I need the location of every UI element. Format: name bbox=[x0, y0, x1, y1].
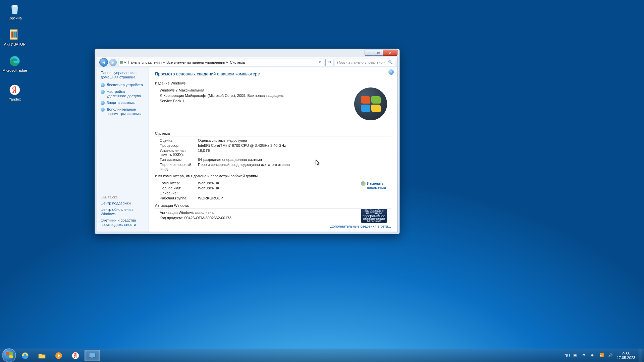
recycle-bin-icon bbox=[8, 2, 21, 15]
search-input[interactable]: Поиск в панели управления 🔍 bbox=[335, 59, 395, 66]
see-also-action-center[interactable]: Центр поддержки bbox=[101, 201, 145, 205]
show-desktop-button[interactable] bbox=[639, 349, 642, 362]
close-button[interactable]: ✕ bbox=[383, 50, 397, 56]
search-icon: 🔍 bbox=[388, 60, 393, 64]
action-center-icon[interactable]: ⚑ bbox=[582, 353, 587, 358]
bullet-icon bbox=[101, 101, 105, 105]
section-computer-name: Имя компьютера, имя домена и параметры р… bbox=[155, 174, 391, 179]
section-edition: Издание Windows bbox=[155, 81, 391, 86]
maximize-button[interactable]: ▭ bbox=[374, 50, 383, 56]
product-id: Код продукта: 00426-OEM-8992662-00173 bbox=[160, 216, 391, 220]
page-title: Просмотр основных сведений о вашем компь… bbox=[155, 71, 391, 76]
taskbar-button-ie[interactable] bbox=[17, 350, 33, 361]
see-also-windows-update[interactable]: Центр обновления Windows bbox=[101, 207, 145, 216]
svg-rect-11 bbox=[91, 357, 93, 358]
activator-icon bbox=[8, 28, 21, 42]
see-also-header: См. также bbox=[101, 195, 145, 199]
sidebar-home-link[interactable]: Панель управления - домашняя страница bbox=[101, 71, 145, 79]
start-button[interactable] bbox=[2, 348, 16, 362]
yandex-icon bbox=[8, 83, 21, 97]
activation-status: Активация Windows выполнена bbox=[160, 210, 391, 215]
taskbar-button-system[interactable] bbox=[85, 350, 100, 361]
control-panel-icon: ▦ bbox=[120, 60, 123, 64]
breadcrumb-dropdown[interactable]: ▾ bbox=[318, 60, 322, 64]
system-type-value: 64-разрядная операционная система bbox=[198, 158, 391, 162]
sidebar: Панель управления - домашняя страница Ди… bbox=[97, 67, 149, 232]
system-properties-window: ─ ▭ ✕ ◄ ► ▦ ▸ Панель управления ▸ Все эл… bbox=[95, 49, 400, 234]
desktop-icon-recycle-bin[interactable]: Корзина bbox=[2, 2, 28, 20]
taskbar-button-yandex[interactable] bbox=[68, 350, 83, 361]
clock[interactable]: 0:38 17.05.2023 bbox=[617, 352, 635, 360]
pen-touch-value: Перо и сенсорный ввод недоступны для это… bbox=[198, 163, 391, 171]
cpu-value: Intel(R) Core(TM) i7-6700 CPU @ 3.40GHz … bbox=[198, 143, 391, 147]
system-tray: RU ▣ ⚑ ◆ 📶 🔊 0:38 17.05.2023 bbox=[565, 352, 637, 360]
desktop-icon-label: Корзина bbox=[8, 16, 22, 20]
sidebar-item-system-protection[interactable]: Защита системы bbox=[101, 101, 145, 105]
help-icon[interactable]: ? bbox=[388, 69, 394, 75]
taskbar-button-explorer[interactable] bbox=[34, 350, 50, 361]
desktop-icon-label: АКТИВАТОР bbox=[4, 42, 25, 46]
breadcrumb-item[interactable]: Система bbox=[230, 60, 245, 64]
network-icon[interactable]: 📶 bbox=[599, 353, 605, 358]
description-value bbox=[198, 191, 391, 195]
shield-icon bbox=[361, 181, 366, 186]
system-rating-link[interactable]: Оценка системы недоступна bbox=[198, 138, 391, 142]
desktop-icon-yandex[interactable]: Yandex bbox=[2, 83, 28, 101]
desktop-icon-label: Yandex bbox=[9, 97, 21, 101]
breadcrumb-item[interactable]: Все элементы панели управления bbox=[166, 60, 225, 64]
taskbar: RU ▣ ⚑ ◆ 📶 🔊 0:38 17.05.2023 bbox=[0, 349, 644, 362]
nav-back-button[interactable]: ◄ bbox=[99, 58, 108, 67]
change-settings-link[interactable]: Изменить параметры bbox=[361, 181, 391, 189]
tray-icon[interactable]: ◆ bbox=[591, 353, 596, 358]
svg-rect-10 bbox=[89, 353, 95, 357]
volume-icon[interactable]: 🔊 bbox=[608, 353, 613, 358]
ram-value: 16,0 ГБ bbox=[198, 148, 391, 157]
minimize-button[interactable]: ─ bbox=[365, 50, 374, 56]
sidebar-item-device-manager[interactable]: Диспетчер устройств bbox=[101, 83, 145, 87]
breadcrumb[interactable]: ▦ ▸ Панель управления ▸ Все элементы пан… bbox=[118, 59, 324, 66]
svg-rect-3 bbox=[13, 32, 15, 38]
tray-icon[interactable]: ▣ bbox=[573, 353, 579, 358]
windows-logo-icon bbox=[354, 87, 387, 120]
breadcrumb-item[interactable]: Панель управления bbox=[128, 60, 162, 64]
bullet-icon bbox=[101, 83, 105, 87]
workgroup-value: WORKGROUP bbox=[198, 196, 391, 200]
address-bar: ◄ ► ▦ ▸ Панель управления ▸ Все элементы… bbox=[97, 57, 397, 67]
edge-icon bbox=[8, 54, 21, 68]
sidebar-item-remote-settings[interactable]: Настройка удаленного доступа bbox=[101, 89, 145, 98]
section-system: Система bbox=[155, 131, 391, 136]
nav-forward-button[interactable]: ► bbox=[109, 59, 117, 66]
section-activation: Активация Windows bbox=[155, 203, 391, 208]
bullet-icon bbox=[101, 90, 105, 94]
edition-name: Windows 7 Максимальная bbox=[160, 88, 391, 92]
svg-rect-4 bbox=[15, 32, 17, 38]
online-info-link[interactable]: Дополнительные сведения в сети... bbox=[330, 224, 391, 228]
svg-rect-2 bbox=[11, 32, 13, 38]
bullet-icon bbox=[101, 108, 105, 112]
desktop-icon-activator[interactable]: АКТИВАТОР bbox=[2, 28, 28, 46]
see-also-performance[interactable]: Счетчики и средства производительности bbox=[101, 218, 145, 227]
desktop-icon-label: Microsoft Edge bbox=[2, 68, 27, 72]
desktop-icon-edge[interactable]: Microsoft Edge bbox=[2, 54, 28, 72]
content-pane: ? Просмотр основных сведений о вашем ком… bbox=[149, 67, 397, 232]
language-indicator[interactable]: RU bbox=[565, 354, 570, 358]
genuine-badge[interactable]: Выбирайте настоящее программное обеспече… bbox=[361, 209, 387, 223]
taskbar-button-media-player[interactable] bbox=[51, 350, 66, 361]
sidebar-item-advanced-settings[interactable]: Дополнительные параметры системы bbox=[101, 107, 145, 116]
svg-point-0 bbox=[11, 5, 18, 7]
refresh-button[interactable]: ↻ bbox=[325, 59, 333, 66]
